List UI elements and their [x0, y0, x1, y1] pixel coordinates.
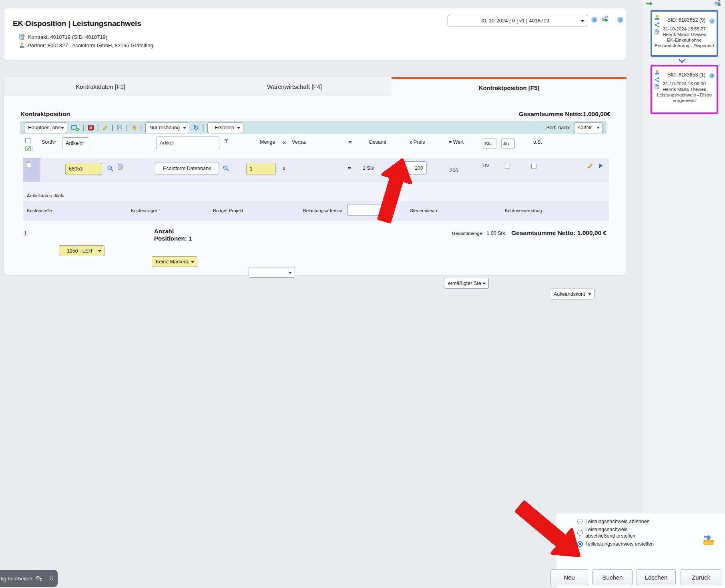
radio-group: Leistungsnachweis ablehnen Leistungsnach… — [577, 518, 654, 549]
ab-button[interactable]: Ab — [501, 138, 515, 149]
edit-pencil-icon[interactable] — [102, 125, 108, 131]
sid-card-2[interactable]: SID: 6183653 (1) 31-10-2024 16:06:00 Hen… — [651, 65, 718, 114]
person-icon — [654, 14, 660, 20]
col-menge: Menge — [260, 139, 275, 145]
sid-line: Leistungsnachweis - Dispo — [654, 92, 715, 98]
settings-gears-icon[interactable]: ⚙ ⚙ — [601, 16, 609, 23]
dispo-circle-icon[interactable] — [709, 18, 715, 24]
sta-checkbox[interactable] — [505, 164, 510, 169]
budget-label: Budget Projekt: — [213, 208, 245, 213]
neu-button-label: Neu — [564, 574, 575, 581]
zurueck-button-label: Zurück — [692, 574, 710, 581]
menge-input[interactable] — [246, 163, 276, 175]
artikelnr-filter-input[interactable] — [62, 137, 89, 149]
neu-button[interactable]: Neu — [550, 569, 588, 585]
gesamtsumme-total: Gesamtsumme Netto: 1.000,00 € — [511, 229, 607, 237]
tab-label: Kontraktdaten [F1] — [76, 83, 125, 90]
dispo-circle-icon[interactable] — [591, 16, 598, 23]
config-badge-text: fig bearbeiten — [1, 576, 32, 582]
toolbar-separator: | — [126, 124, 128, 131]
header-card: EK-Disposition | Leistungsnachweis Kontr… — [4, 8, 627, 60]
radio-ablehnen[interactable]: Leistungsnachweis ablehnen — [577, 518, 654, 525]
rechnung-filter-select[interactable]: Nur rechnung — [145, 122, 189, 133]
rechnung-select-value: Nur rechnung — [149, 125, 180, 130]
tab-warenwirtschaft[interactable]: Warenwirtschaft [F4] — [197, 77, 392, 96]
sidebar-gears-icon[interactable]: ⚙ ⚙ — [714, 0, 723, 8]
sort-select[interactable]: sortNr — [574, 122, 603, 133]
artikel-name-button[interactable]: Ecoinform Datenbank — [155, 162, 219, 175]
checkered-flag-icon[interactable] — [117, 125, 123, 130]
artikel-name: Ecoinform Datenbank — [163, 166, 211, 171]
col-sortnr: SortNr — [42, 139, 56, 145]
loeschen-button-label: Löschen — [645, 574, 668, 581]
budget-select[interactable] — [249, 267, 295, 278]
filter-funnel-icon[interactable] — [223, 138, 229, 144]
sid-card-1[interactable]: SID: 6183652 (9) 31-10-2024 15:55:27 Hen… — [651, 10, 718, 57]
tab-bar: Kontraktdaten [F1] Warenwirtschaft [F4] … — [4, 77, 627, 96]
artikelnr-search-icon[interactable] — [107, 165, 113, 171]
kostentraeger-label: Kostenträger: — [131, 208, 159, 213]
kostenstelle-label: Kostenstelle: — [27, 208, 53, 213]
app-root: EK-Disposition | Leistungsnachweis Kontr… — [0, 0, 725, 588]
artikelnr-input[interactable] — [65, 163, 102, 175]
header-divider — [32, 146, 32, 151]
tab-kontraktposition[interactable]: Kontraktposition [F5] — [392, 77, 627, 96]
sta-button[interactable]: Sta — [483, 138, 496, 149]
radio-label: Teilleistungsnachweis erstellen — [585, 541, 654, 547]
artikelnr-doc-icon[interactable] — [117, 164, 124, 171]
kostentraeger-select[interactable]: Keine Markenz — [152, 256, 197, 267]
radio-label: Leistungsnachweis ablehnen — [585, 518, 654, 525]
kontrakt-row: Kontrakt: 4018719 (SID: 4018719) — [19, 34, 107, 40]
suchen-button[interactable]: Suchen — [592, 569, 633, 585]
page-title: EK-Disposition | Leistungsnachweis — [13, 19, 141, 28]
kontoverwendung-select[interactable]: Aufwandskont — [550, 289, 594, 299]
flame-icon[interactable] — [131, 125, 137, 130]
kostenstelle-value: 1250 - LEH — [67, 248, 92, 254]
kostenstelle-select[interactable]: 1250 - LEH — [59, 245, 104, 256]
steuerniveau-select[interactable]: ermäßigter Ste — [444, 278, 489, 289]
ab-button-label: Ab — [503, 141, 509, 146]
archive-import-icon[interactable] — [703, 534, 715, 546]
row-checkbox[interactable] — [26, 162, 31, 167]
share-icon — [654, 77, 660, 82]
position-toolbar: Hauptpos. ohn | | | | | Nur rechnung ↻ |… — [20, 121, 607, 134]
tab-label: Warenwirtschaft [F4] — [267, 83, 322, 90]
dispo-circle-icon[interactable] — [709, 73, 715, 79]
tab-kontraktdaten[interactable]: Kontraktdaten [F1] — [4, 77, 197, 96]
anzahl-positionen: Anzahl Positionen: 1 — [154, 228, 203, 242]
toolbar-separator: | — [202, 124, 204, 131]
select-all-checkbox[interactable] — [25, 138, 30, 143]
toolbar-separator: | — [83, 124, 84, 131]
hauptpos-select[interactable]: Hauptpos. ohn — [24, 122, 67, 133]
zurueck-button[interactable]: Zurück — [681, 569, 721, 585]
artikel-search-icon[interactable] — [223, 165, 229, 171]
hauptpos-select-value: Hauptpos. ohn — [28, 125, 60, 130]
summary-row-count: 1 — [24, 230, 27, 237]
info-circle-icon[interactable] — [617, 16, 624, 23]
radio-teilleistung[interactable]: Teilleistungsnachweis erstellen — [577, 541, 654, 547]
drag-handle-icon[interactable]: ⠿ — [49, 575, 54, 582]
os-checkbox[interactable] — [531, 164, 536, 169]
refresh-icon[interactable]: ↻ — [193, 124, 199, 131]
artikel-filter-input[interactable] — [156, 136, 219, 149]
erstellen-select[interactable]: --Erstellen- — [207, 122, 243, 133]
doc-edit-icon — [654, 84, 660, 90]
sid-card-icons — [654, 69, 660, 90]
add-position-icon[interactable] — [71, 124, 79, 131]
gesamtmenge-value: 1,00 Stk — [486, 231, 505, 236]
loeschen-button[interactable]: Löschen — [637, 569, 676, 585]
green-check-icon[interactable] — [25, 146, 31, 151]
row-expand-arrow-icon[interactable] — [598, 163, 604, 169]
annotation-arrow-radio — [512, 498, 584, 560]
row-edit-pencil-icon[interactable] — [587, 163, 593, 169]
history-sidebar: ⚙ ⚙ SID: 6183652 (9) 31-10-2024 15:55:27… — [643, 0, 725, 588]
sort-select-value: sortNr — [578, 125, 592, 130]
col-preis: x Preis — [410, 139, 425, 145]
delete-position-icon[interactable] — [88, 125, 94, 130]
radio-abschliessend[interactable]: Leistungsnachweis abschließend erstellen — [577, 526, 654, 539]
sid-line: Bestandsführung - Disponiert — [654, 43, 715, 48]
main-panel: Kontraktdaten [F1] Warenwirtschaft [F4] … — [4, 77, 627, 275]
sid-line: Henrik Maria Thewes — [654, 86, 715, 92]
version-select[interactable]: 31-10-2024 | 0 | v1 | 4018719 — [448, 15, 587, 26]
config-badge[interactable]: fig bearbeiten ⚙ ⚙ ⠿ — [0, 570, 58, 587]
